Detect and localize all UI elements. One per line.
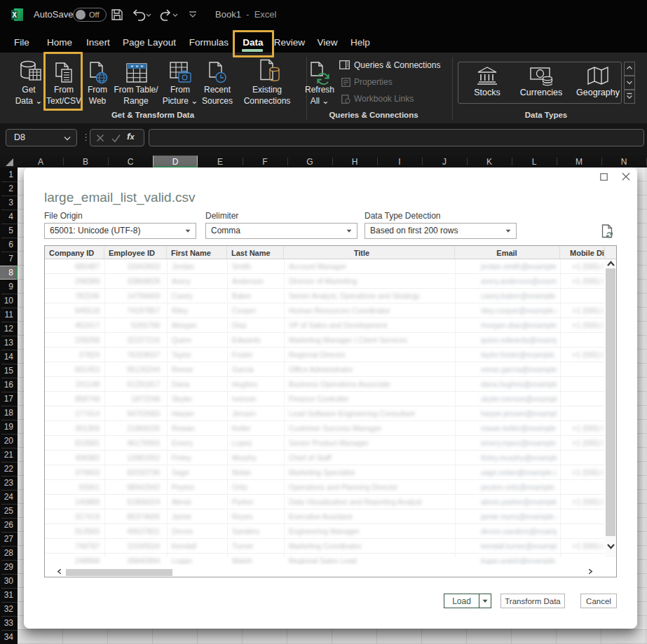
- svg-text:X: X: [12, 11, 17, 19]
